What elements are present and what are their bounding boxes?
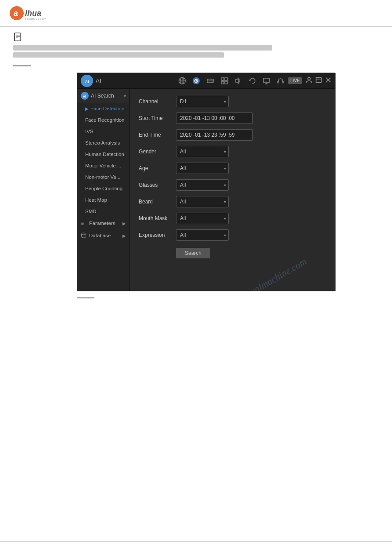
sidebar-item-ivs[interactable]: IVS [77, 126, 129, 137]
svg-rect-4 [14, 33, 21, 41]
start-time-row: Start Time 2020 -01 -13 00 :00 :00 [139, 112, 327, 124]
database-icon [81, 232, 87, 239]
sidebar-item-face-detection[interactable]: ▶ Face Detection [77, 103, 129, 114]
age-select-wrapper: All Child Young Middle Old [176, 163, 229, 174]
search-button[interactable]: Search [176, 248, 210, 258]
mouth-mask-label: Mouth Mask [139, 215, 176, 221]
non-motor-vehicle-label: Non-motor Ve... [85, 174, 121, 180]
start-time-input[interactable]: 2020 -01 -13 00 :00 :00 [176, 112, 253, 124]
toolbar-icons [177, 76, 285, 86]
note-icon [13, 32, 23, 42]
sidebar-item-smd[interactable]: SMD [77, 206, 129, 217]
short-underline-top [13, 65, 31, 66]
logo: a lhua TECHNOLOGY [9, 4, 57, 22]
sidebar-item-people-counting[interactable]: People Counting [77, 183, 129, 194]
parameters-label: Parameters [89, 221, 115, 226]
svg-point-38 [82, 233, 86, 235]
end-time-label: End Time [139, 132, 176, 138]
camera-icon[interactable] [191, 76, 201, 86]
audio-icon[interactable] [234, 76, 243, 86]
end-time-row: End Time 2020 -01 -13 23 :59 :59 [139, 129, 327, 141]
mouth-mask-row: Mouth Mask All Yes No [139, 213, 327, 224]
face-recognition-label: Face Recognition [85, 117, 125, 123]
user-icon[interactable] [306, 76, 313, 85]
sidebar-parameters-section[interactable]: ≡ Parameters ▶ [77, 217, 129, 229]
start-time-time: 00 :00 :00 [211, 115, 234, 121]
ai-search-section[interactable]: AI AI Search ▾ [77, 89, 129, 103]
gender-select[interactable]: All Male Female [176, 146, 229, 157]
toolbar-ai-title: AI [96, 77, 101, 84]
svg-point-17 [196, 80, 197, 81]
age-select[interactable]: All Child Young Middle Old [176, 163, 229, 174]
short-underline-bottom [77, 297, 94, 298]
mouth-mask-select-wrapper: All Yes No [176, 213, 229, 224]
motor-vehicle-label: Motor Vehicle ... [85, 163, 121, 168]
sidebar: AI AI Search ▾ ▶ Face Detection Face Rec… [77, 89, 130, 291]
gender-row: Gender All Male Female [139, 146, 327, 157]
svg-rect-23 [225, 78, 227, 80]
ai-search-chevron: ▾ [124, 94, 126, 98]
svg-text:lhua: lhua [25, 9, 41, 18]
search-button-row: Search [139, 246, 327, 258]
beard-select-wrapper: All Yes No [176, 196, 229, 207]
bottom-hr [0, 541, 392, 542]
glasses-row: Glasses All Yes No [139, 179, 327, 191]
glasses-select[interactable]: All Yes No [176, 179, 229, 191]
close-icon[interactable] [325, 76, 332, 85]
ivs-label: IVS [85, 129, 94, 134]
database-chevron: ▶ [122, 233, 126, 238]
beard-select[interactable]: All Yes No [176, 196, 229, 207]
parameters-chevron: ▶ [122, 221, 126, 226]
parameters-icon: ≡ [81, 220, 87, 226]
face-detection-arrow: ▶ [85, 106, 89, 111]
sidebar-item-motor-vehicle[interactable]: Motor Vehicle ... [77, 160, 129, 171]
channel-select[interactable]: D1 D2 D3 D4 [176, 96, 229, 107]
end-time-date: 2020 -01 -13 [180, 132, 210, 138]
svg-rect-24 [221, 81, 224, 84]
toolbar: AI AI [77, 73, 335, 89]
gender-select-wrapper: All Male Female [176, 146, 229, 157]
svg-text:AI: AI [85, 79, 89, 83]
channel-row: Channel D1 D2 D3 D4 [139, 96, 327, 107]
content-area: Channel D1 D2 D3 D4 Start Time 2020 -01 … [130, 89, 335, 291]
note-section [0, 27, 392, 61]
storage-icon[interactable] [205, 76, 215, 86]
expression-label: Expression [139, 232, 176, 238]
headphones-icon[interactable] [276, 76, 285, 86]
monitor-icon[interactable] [262, 76, 271, 86]
svg-rect-29 [277, 81, 279, 83]
gender-label: Gender [139, 149, 176, 155]
sidebar-database-section[interactable]: Database ▶ [77, 229, 129, 242]
sidebar-item-face-recognition[interactable]: Face Recognition [77, 114, 129, 126]
ai-search-label: AI Search [91, 93, 114, 99]
channel-label: Channel [139, 98, 176, 105]
channel-select-wrapper: D1 D2 D3 D4 [176, 96, 229, 107]
start-time-date: 2020 -01 -13 [180, 115, 210, 121]
svg-rect-26 [263, 78, 270, 83]
glasses-select-wrapper: All Yes No [176, 179, 229, 191]
mouth-mask-select[interactable]: All Yes No [176, 213, 229, 224]
main-layout: AI AI Search ▾ ▶ Face Detection Face Rec… [77, 89, 335, 291]
sidebar-item-human-detection[interactable]: Human Detection [77, 149, 129, 160]
sidebar-item-non-motor-vehicle[interactable]: Non-motor Ve... [77, 171, 129, 183]
ai-section-icon: AI [81, 92, 89, 100]
refresh-icon[interactable] [248, 76, 257, 86]
end-time-input[interactable]: 2020 -01 -13 23 :59 :59 [176, 129, 253, 141]
toolbar-logo: AI [81, 75, 93, 87]
globe-icon[interactable] [177, 76, 187, 86]
svg-rect-30 [282, 81, 284, 83]
stereo-analysis-label: Stereo Analysis [85, 140, 120, 145]
page-header: a lhua TECHNOLOGY [0, 0, 392, 27]
svg-text:TECHNOLOGY: TECHNOLOGY [25, 18, 47, 20]
expression-select[interactable]: All Angry Happy Sad Surprised Normal [176, 229, 229, 241]
expression-row: Expression All Angry Happy Sad Surprised… [139, 229, 327, 241]
note-bar-1 [13, 45, 272, 51]
svg-rect-22 [221, 78, 224, 80]
database-label: Database [89, 233, 111, 238]
grid-icon[interactable] [219, 76, 229, 86]
expand-icon[interactable] [315, 76, 322, 85]
sidebar-item-heat-map[interactable]: Heat Map [77, 194, 129, 206]
sidebar-item-stereo-analysis[interactable]: Stereo Analysis [77, 137, 129, 149]
beard-label: Beard [139, 199, 176, 205]
end-time-time: 23 :59 :59 [211, 132, 234, 138]
